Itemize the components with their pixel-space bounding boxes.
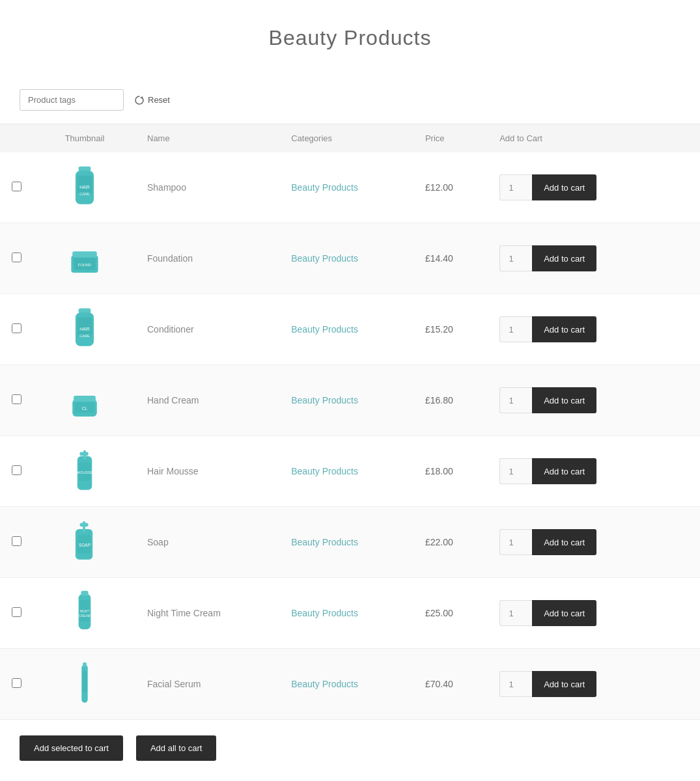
row-checkbox-cell bbox=[0, 223, 33, 294]
row-category: Beauty Products bbox=[281, 436, 415, 507]
product-table: Thumbnail Name Categories Price Add to C… bbox=[0, 124, 700, 720]
quantity-input-4[interactable] bbox=[499, 387, 532, 413]
row-add-to-cart-cell: Add to cart bbox=[489, 223, 700, 294]
row-thumbnail-cell bbox=[33, 223, 137, 294]
row-checkbox-cell bbox=[0, 294, 33, 365]
quantity-input-8[interactable] bbox=[499, 671, 532, 697]
table-row: Conditioner Beauty Products £15.20 Add t… bbox=[0, 294, 700, 365]
row-category: Beauty Products bbox=[281, 578, 415, 649]
row-category: Beauty Products bbox=[281, 152, 415, 223]
row-price: £14.40 bbox=[415, 223, 489, 294]
add-to-cart-button-1[interactable]: Add to cart bbox=[532, 174, 596, 200]
add-to-cart-group: Add to cart bbox=[499, 671, 690, 697]
reset-button[interactable]: Reset bbox=[134, 95, 170, 105]
row-checkbox-cell bbox=[0, 649, 33, 720]
product-thumbnail-3 bbox=[62, 303, 107, 355]
row-thumbnail-cell bbox=[33, 507, 137, 578]
add-to-cart-button-8[interactable]: Add to cart bbox=[532, 671, 596, 697]
row-checkbox-5[interactable] bbox=[12, 465, 21, 475]
row-checkbox-6[interactable] bbox=[12, 536, 21, 546]
row-add-to-cart-cell: Add to cart bbox=[489, 649, 700, 720]
product-thumbnail-5 bbox=[62, 445, 107, 497]
quantity-input-5[interactable] bbox=[499, 458, 532, 484]
row-add-to-cart-cell: Add to cart bbox=[489, 436, 700, 507]
add-to-cart-button-7[interactable]: Add to cart bbox=[532, 600, 596, 626]
row-checkbox-4[interactable] bbox=[12, 394, 21, 404]
svg-marker-31 bbox=[140, 96, 143, 99]
add-all-to-cart-button[interactable]: Add all to cart bbox=[136, 735, 217, 761]
row-thumbnail-cell bbox=[33, 649, 137, 720]
row-checkbox-cell bbox=[0, 365, 33, 436]
row-checkbox-3[interactable] bbox=[12, 323, 21, 333]
row-price: £12.00 bbox=[415, 152, 489, 223]
row-thumbnail-cell bbox=[33, 436, 137, 507]
filter-bar: Reset bbox=[0, 89, 700, 124]
row-category: Beauty Products bbox=[281, 365, 415, 436]
product-thumbnail-7 bbox=[62, 587, 107, 639]
quantity-input-2[interactable] bbox=[499, 245, 532, 271]
table-row: Soap Beauty Products £22.00 Add to cart bbox=[0, 507, 700, 578]
row-thumbnail-cell bbox=[33, 294, 137, 365]
row-price: £70.40 bbox=[415, 649, 489, 720]
row-name: Hair Mousse bbox=[137, 436, 281, 507]
product-thumbnail-6 bbox=[62, 516, 107, 568]
row-checkbox-1[interactable] bbox=[12, 182, 21, 191]
th-categories: Categories bbox=[281, 124, 415, 153]
page-title: Beauty Products bbox=[0, 0, 700, 89]
add-to-cart-group: Add to cart bbox=[499, 387, 690, 413]
table-row: Night Time Cream Beauty Products £25.00 … bbox=[0, 578, 700, 649]
row-price: £15.20 bbox=[415, 294, 489, 365]
add-to-cart-button-2[interactable]: Add to cart bbox=[532, 245, 596, 271]
quantity-input-6[interactable] bbox=[499, 529, 532, 555]
table-row: Foundation Beauty Products £14.40 Add to… bbox=[0, 223, 700, 294]
row-checkbox-8[interactable] bbox=[12, 678, 21, 688]
table-row: Facial Serum Beauty Products £70.40 Add … bbox=[0, 649, 700, 720]
th-name: Name bbox=[137, 124, 281, 153]
row-thumbnail-cell bbox=[33, 365, 137, 436]
footer-bar: Add selected to cart Add all to cart bbox=[0, 720, 700, 776]
row-name: Night Time Cream bbox=[137, 578, 281, 649]
row-category: Beauty Products bbox=[281, 507, 415, 578]
th-checkbox bbox=[0, 124, 33, 153]
row-add-to-cart-cell: Add to cart bbox=[489, 507, 700, 578]
product-tags-input[interactable] bbox=[20, 89, 124, 111]
row-checkbox-cell bbox=[0, 578, 33, 649]
product-thumbnail-1 bbox=[62, 161, 107, 213]
th-add-to-cart: Add to Cart bbox=[489, 124, 700, 153]
add-to-cart-button-4[interactable]: Add to cart bbox=[532, 387, 596, 413]
add-to-cart-group: Add to cart bbox=[499, 600, 690, 626]
reset-icon bbox=[134, 95, 145, 105]
row-category: Beauty Products bbox=[281, 223, 415, 294]
add-to-cart-group: Add to cart bbox=[499, 529, 690, 555]
row-name: Shampoo bbox=[137, 152, 281, 223]
add-to-cart-button-3[interactable]: Add to cart bbox=[532, 316, 596, 342]
row-checkbox-cell bbox=[0, 507, 33, 578]
product-thumbnail-4 bbox=[62, 374, 107, 426]
row-checkbox-2[interactable] bbox=[12, 253, 21, 262]
add-to-cart-group: Add to cart bbox=[499, 458, 690, 484]
row-thumbnail-cell bbox=[33, 578, 137, 649]
quantity-input-1[interactable] bbox=[499, 174, 532, 200]
add-to-cart-button-6[interactable]: Add to cart bbox=[532, 529, 596, 555]
row-name: Conditioner bbox=[137, 294, 281, 365]
row-add-to-cart-cell: Add to cart bbox=[489, 294, 700, 365]
row-price: £22.00 bbox=[415, 507, 489, 578]
add-to-cart-group: Add to cart bbox=[499, 174, 690, 200]
add-selected-to-cart-button[interactable]: Add selected to cart bbox=[20, 735, 123, 761]
row-category: Beauty Products bbox=[281, 649, 415, 720]
reset-label: Reset bbox=[148, 95, 170, 105]
row-checkbox-7[interactable] bbox=[12, 607, 21, 617]
row-checkbox-cell bbox=[0, 152, 33, 223]
row-price: £18.00 bbox=[415, 436, 489, 507]
row-name: Facial Serum bbox=[137, 649, 281, 720]
quantity-input-7[interactable] bbox=[499, 600, 532, 626]
product-thumbnail-2 bbox=[62, 232, 107, 284]
row-checkbox-cell bbox=[0, 436, 33, 507]
th-price: Price bbox=[415, 124, 489, 153]
row-add-to-cart-cell: Add to cart bbox=[489, 365, 700, 436]
add-to-cart-group: Add to cart bbox=[499, 245, 690, 271]
add-to-cart-button-5[interactable]: Add to cart bbox=[532, 458, 596, 484]
row-price: £16.80 bbox=[415, 365, 489, 436]
table-row: Hand Cream Beauty Products £16.80 Add to… bbox=[0, 365, 700, 436]
quantity-input-3[interactable] bbox=[499, 316, 532, 342]
